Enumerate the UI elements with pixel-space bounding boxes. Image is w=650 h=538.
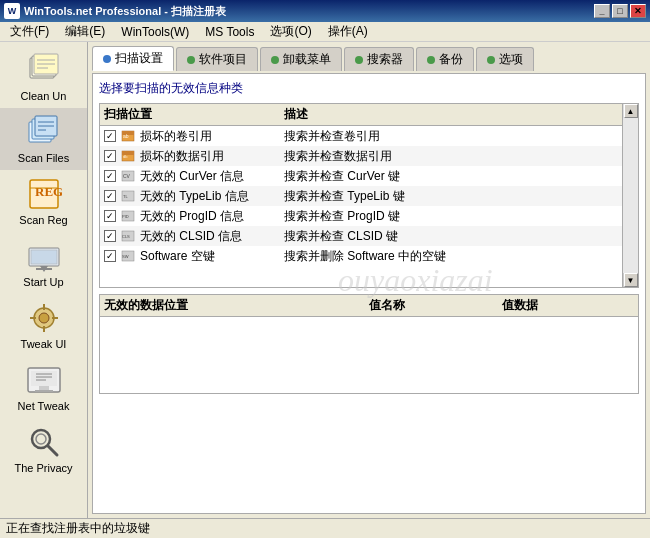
status-text: 正在查找注册表中的垃圾键 [6, 520, 150, 537]
row-icon-3: TL [120, 188, 136, 204]
tab-backup[interactable]: 备份 [416, 47, 474, 71]
scan-files-icon [26, 114, 62, 150]
row-text-0: 损坏的卷引用 [140, 128, 212, 145]
sidebar-item-tweak-ui[interactable]: Tweak UI [0, 294, 87, 356]
table-row: db 损坏的数据引用 搜索并检查数据引用 [100, 146, 622, 166]
svg-text:TL: TL [123, 194, 128, 199]
row-icon-2: CV [120, 168, 136, 184]
svg-rect-23 [30, 317, 36, 319]
main-panel: 选择要扫描的无效信息种类 扫描位置 描述 [92, 73, 646, 514]
svg-text:PID: PID [122, 214, 129, 219]
sidebar-item-scan-reg[interactable]: REG Scan Reg [0, 170, 87, 232]
row-icon-0: ab [120, 128, 136, 144]
row-desc-3: 搜索并检查 TypeLib 键 [284, 188, 618, 205]
row-checkbox-6[interactable] [104, 250, 116, 262]
table-row: SW Software 空键 搜索并删除 Software 中的空键 [100, 246, 622, 266]
sidebar-start-up-label: Start Up [23, 276, 63, 288]
status-bar: 正在查找注册表中的垃圾键 [0, 518, 650, 538]
row-checkbox-1[interactable] [104, 150, 116, 162]
svg-rect-28 [35, 390, 53, 392]
tab-search[interactable]: 搜索器 [344, 47, 414, 71]
sidebar-clean-un-label: Clean Un [21, 90, 67, 102]
svg-rect-27 [39, 386, 49, 390]
tab-options[interactable]: 选项 [476, 47, 534, 71]
sidebar-the-privacy-label: The Privacy [14, 462, 72, 474]
svg-text:CLS: CLS [122, 234, 130, 239]
menu-file[interactable]: 文件(F) [2, 21, 57, 42]
sidebar-item-net-tweak[interactable]: Net Tweak [0, 356, 87, 418]
svg-rect-16 [31, 250, 57, 264]
sidebar-tweak-ui-label: Tweak UI [21, 338, 67, 350]
scroll-up-button[interactable]: ▲ [624, 104, 638, 118]
row-checkbox-3[interactable] [104, 190, 116, 202]
sidebar-item-scan-files[interactable]: Scan Files [0, 108, 87, 170]
menu-wintools[interactable]: WinTools(W) [113, 23, 197, 41]
svg-rect-18 [36, 268, 52, 270]
tab-uninstall-menu[interactable]: 卸载菜单 [260, 47, 342, 71]
col-header-desc: 描述 [284, 106, 618, 123]
sidebar: Clean Un Scan Files REG [0, 42, 88, 518]
svg-rect-22 [43, 326, 45, 332]
title-bar-buttons: _ □ ✕ [594, 4, 646, 18]
sidebar-net-tweak-label: Net Tweak [18, 400, 70, 412]
menu-edit[interactable]: 编辑(E) [57, 21, 113, 42]
scan-table-header: 扫描位置 描述 [100, 104, 622, 126]
main-container: Clean Un Scan Files REG [0, 42, 650, 518]
menu-options[interactable]: 选项(O) [262, 21, 319, 42]
scan-table: 扫描位置 描述 ab 损坏的卷引用 [99, 103, 639, 288]
maximize-button[interactable]: □ [612, 4, 628, 18]
tab-dot-search [355, 56, 363, 64]
row-icon-1: db [120, 148, 136, 164]
table-row: CV 无效的 CurVer 信息 搜索并检查 CurVer 键 [100, 166, 622, 186]
row-icon-4: PID [120, 208, 136, 224]
tab-dot-software [187, 56, 195, 64]
menu-mstools[interactable]: MS Tools [197, 23, 262, 41]
svg-line-34 [48, 446, 57, 455]
menu-actions[interactable]: 操作(A) [320, 21, 376, 42]
lower-col-location: 无效的数据位置 [104, 297, 369, 314]
row-text-4: 无效的 ProgID 信息 [140, 208, 244, 225]
table-row: PID 无效的 ProgID 信息 搜索并检查 ProgID 键 [100, 206, 622, 226]
row-desc-0: 搜索并检查卷引用 [284, 128, 618, 145]
tab-scan-settings[interactable]: 扫描设置 [92, 46, 174, 71]
net-tweak-icon [26, 362, 62, 398]
minimize-button[interactable]: _ [594, 4, 610, 18]
row-icon-6: SW [120, 248, 136, 264]
svg-text:SW: SW [122, 254, 129, 259]
row-checkbox-5[interactable] [104, 230, 116, 242]
sidebar-item-start-up[interactable]: Start Up [0, 232, 87, 294]
svg-rect-21 [43, 304, 45, 310]
tab-dot-backup [427, 56, 435, 64]
row-text-6: Software 空键 [140, 248, 215, 265]
tweak-ui-icon [26, 300, 62, 336]
clean-un-icon [26, 52, 62, 88]
svg-rect-24 [52, 317, 58, 319]
row-desc-1: 搜索并检查数据引用 [284, 148, 618, 165]
scrollbar[interactable]: ▲ ▼ [622, 104, 638, 287]
row-checkbox-2[interactable] [104, 170, 116, 182]
scroll-down-button[interactable]: ▼ [624, 273, 638, 287]
svg-text:ab: ab [123, 133, 129, 139]
row-checkbox-4[interactable] [104, 210, 116, 222]
col-header-location: 扫描位置 [104, 106, 284, 123]
svg-text:CV: CV [123, 173, 131, 179]
row-text-2: 无效的 CurVer 信息 [140, 168, 244, 185]
tab-software-items[interactable]: 软件项目 [176, 47, 258, 71]
tab-dot-options [487, 56, 495, 64]
table-row: CLS 无效的 CLSID 信息 搜索并检查 CLSID 键 [100, 226, 622, 246]
tab-bar: 扫描设置 软件项目 卸载菜单 搜索器 备份 选项 [92, 46, 646, 71]
sidebar-item-clean-un[interactable]: Clean Un [0, 46, 87, 108]
table-row: TL 无效的 TypeLib 信息 搜索并检查 TypeLib 键 [100, 186, 622, 206]
lower-table-body [100, 317, 638, 393]
tab-dot-uninstall [271, 56, 279, 64]
scan-reg-icon: REG [26, 176, 62, 212]
svg-rect-26 [31, 371, 57, 386]
svg-text:REG: REG [35, 184, 62, 199]
lower-table: 无效的数据位置 值名称 值数据 [99, 294, 639, 394]
sidebar-item-the-privacy[interactable]: The Privacy [0, 418, 87, 480]
close-button[interactable]: ✕ [630, 4, 646, 18]
tab-dot-scan-settings [103, 55, 111, 63]
row-icon-5: CLS [120, 228, 136, 244]
row-text-5: 无效的 CLSID 信息 [140, 228, 242, 245]
row-checkbox-0[interactable] [104, 130, 116, 142]
